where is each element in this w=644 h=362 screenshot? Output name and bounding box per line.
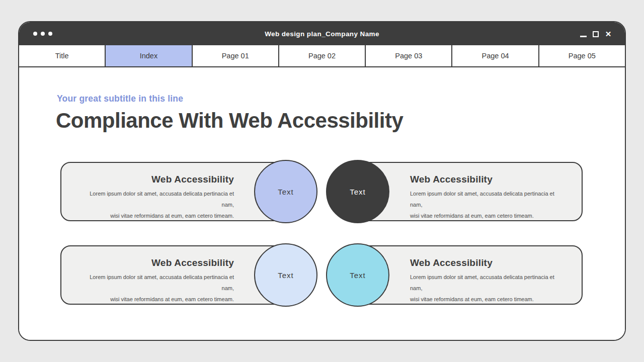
- card-body-line: Lorem ipsum dolor sit amet, accusata del…: [410, 272, 567, 294]
- maximize-button[interactable]: [592, 30, 599, 38]
- card-body-line: wisi vitae reformidans at eum, eam ceter…: [76, 210, 234, 221]
- tab-page-01[interactable]: Page 01: [192, 45, 278, 66]
- window-dot-icon[interactable]: [33, 32, 37, 36]
- window-dot-icon[interactable]: [48, 32, 52, 36]
- text-bubble-label: Text: [350, 188, 366, 196]
- tab-page-03[interactable]: Page 03: [365, 45, 451, 66]
- text-bubble-label: Text: [350, 271, 366, 280]
- text-bubble-label: Text: [278, 188, 294, 196]
- text-bubble: Text: [254, 243, 317, 307]
- slide-content: Your great subtitle in this line Complia…: [19, 67, 625, 340]
- tab-page-05[interactable]: Page 05: [538, 45, 625, 66]
- window-titlebar: Web design plan_Company Name ✕: [19, 22, 625, 45]
- card-heading: Web Accessibility: [410, 257, 567, 268]
- close-button[interactable]: ✕: [605, 30, 612, 38]
- text-bubble: Text: [254, 160, 317, 223]
- window-controls: ✕: [580, 29, 612, 39]
- window-title: Web design plan_Company Name: [265, 30, 379, 38]
- text-bubble-label: Text: [278, 271, 294, 280]
- tab-title[interactable]: Title: [19, 45, 105, 66]
- tab-bar: Title Index Page 01 Page 02 Page 03 Page…: [19, 45, 625, 67]
- card-body-line: wisi vitae reformidans at eum, eam ceter…: [410, 210, 567, 221]
- card-body-line: Lorem ipsum dolor sit amet, accusata del…: [76, 188, 234, 210]
- card-heading: Web Accessibility: [410, 174, 567, 185]
- card-body-line: Lorem ipsum dolor sit amet, accusata del…: [76, 272, 234, 294]
- tab-page-04[interactable]: Page 04: [451, 45, 538, 66]
- text-bubble: Text: [326, 160, 389, 223]
- slide-canvas: Web design plan_Company Name ✕ Title Ind…: [0, 0, 644, 362]
- window-dot-icon[interactable]: [41, 32, 45, 36]
- card-heading: Web Accessibility: [76, 257, 234, 268]
- minimize-button[interactable]: [580, 30, 587, 38]
- tab-page-02[interactable]: Page 02: [278, 45, 365, 66]
- maximize-icon: [593, 31, 599, 37]
- card-heading: Web Accessibility: [76, 174, 234, 185]
- page-title: Compliance With Web Accessibility: [56, 109, 403, 133]
- tab-index[interactable]: Index: [105, 45, 191, 66]
- card-body-line: wisi vitae reformidans at eum, eam ceter…: [410, 294, 567, 305]
- card-body-line: wisi vitae reformidans at eum, eam ceter…: [76, 294, 234, 305]
- slide-subtitle: Your great subtitle in this line: [57, 94, 183, 104]
- card-body-line: Lorem ipsum dolor sit amet, accusata del…: [410, 188, 567, 210]
- text-bubble: Text: [326, 243, 389, 307]
- window-dots: [33, 32, 52, 36]
- minimize-icon: [580, 36, 587, 37]
- browser-window: Web design plan_Company Name ✕ Title Ind…: [18, 21, 626, 341]
